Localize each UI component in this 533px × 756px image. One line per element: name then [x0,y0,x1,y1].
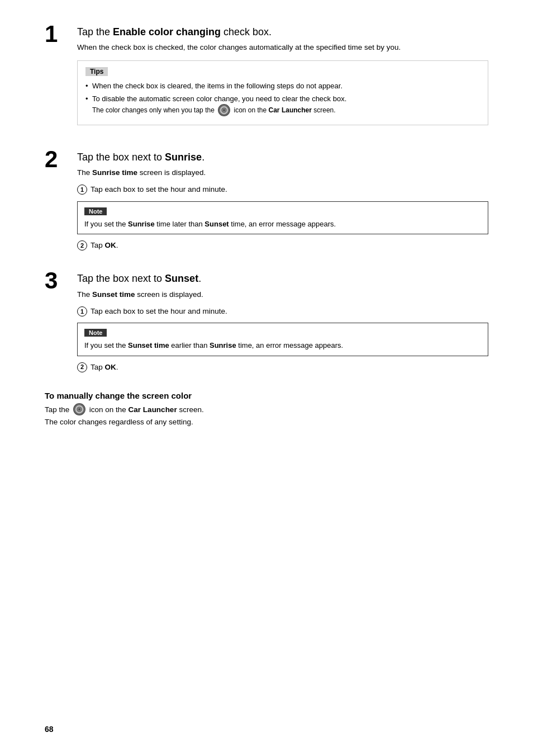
step-1-description: When the check box is checked, the color… [77,42,488,53]
note-text-3: If you set the Sunset time earlier than … [84,340,481,351]
page-content: 1 Tap the Enable color changing check bo… [45,22,488,428]
svg-point-5 [78,409,80,410]
step-3-sub2: 2 Tap OK. [77,362,488,373]
step-3-description: The Sunset time screen is displayed. [77,289,488,300]
step-2-sub2: 2 Tap OK. [77,240,488,251]
step-1-content: Tap the Enable color changing check box.… [77,22,488,134]
step-2-title: Tap the box next to Sunrise. [77,151,488,164]
step-2: 2 Tap the box next to Sunrise. The Sunri… [45,148,488,256]
step-2-number: 2 [45,148,67,171]
manual-section-line2: The color changes regardless of any sett… [45,416,488,428]
step-3-number: 3 [45,269,67,292]
step-1: 1 Tap the Enable color changing check bo… [45,22,488,134]
manual-section: To manually change the screen color Tap … [45,391,488,428]
step-2-content: Tap the box next to Sunrise. The Sunrise… [77,148,488,256]
circle-3: 1 [77,306,87,316]
step-1-title: Tap the Enable color changing check box. [77,26,488,39]
step-3-note: Note If you set the Sunset time earlier … [77,323,488,356]
step-2-sub1: 1 Tap each box to set the hour and minut… [77,184,488,195]
step-1-number: 1 [45,22,67,46]
tips-item-1: When the check box is cleared, the items… [85,81,480,92]
tips-label: Tips [85,67,108,76]
tips-box: Tips When the check box is cleared, the … [77,60,488,125]
circle-1: 1 [77,185,87,195]
note-text-2: If you set the Sunrise time later than S… [84,219,481,230]
step-3-sub1: 1 Tap each box to set the hour and minut… [77,306,488,317]
note-label-3: Note [84,329,107,337]
step-2-sub1-text: Tap each box to set the hour and minute. [91,184,227,195]
circle-2: 2 [77,240,87,251]
step-3-sub2-text: Tap OK. [91,362,118,373]
tips-item-2: To disable the automatic screen color ch… [85,93,480,117]
tips-list: When the check box is cleared, the items… [85,81,480,117]
svg-point-2 [223,109,225,111]
step-2-note: Note If you set the Sunrise time later t… [77,201,488,235]
step-2-sub2-text: Tap OK. [91,240,118,251]
step-2-description: The Sunrise time screen is displayed. [77,167,488,178]
note-label-2: Note [84,207,107,215]
step-3-sub1-text: Tap each box to set the hour and minute. [91,306,227,317]
page-number: 68 [45,725,54,734]
step-3-title: Tap the box next to Sunset. [77,272,488,285]
car-launcher-icon-manual [73,403,85,415]
manual-section-line1: Tap the icon on the Car Launcher screen. [45,404,488,416]
step-3-content: Tap the box next to Sunset. The Sunset t… [77,269,488,377]
car-launcher-icon-tips [218,104,230,116]
step-3: 3 Tap the box next to Sunset. The Sunset… [45,269,488,377]
manual-section-heading: To manually change the screen color [45,391,488,400]
circle-4: 2 [77,362,87,372]
